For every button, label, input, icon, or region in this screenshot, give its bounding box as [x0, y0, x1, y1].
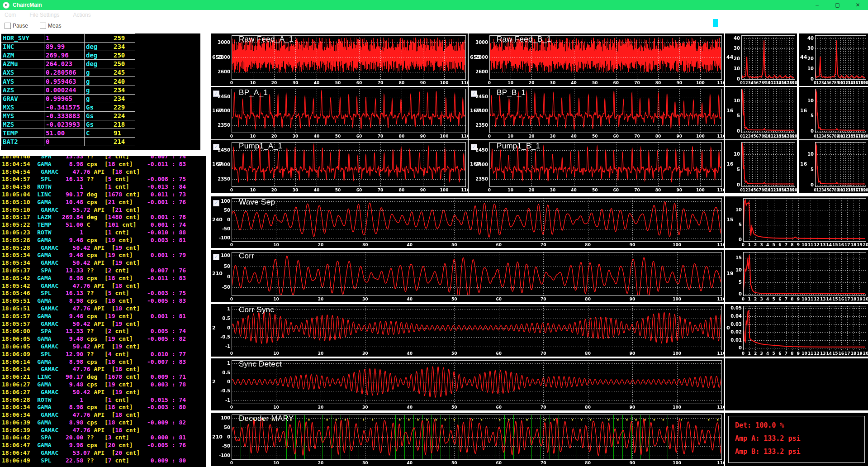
chart-panel-blank-panel: [725, 358, 868, 410]
chart-panel-pump1-b: Pump1_B_1167✓: [469, 140, 724, 193]
log-line: 18:05:51 GAMAC 47.76 API [18 cnt]: [2, 305, 140, 312]
wave-sep-plot: [211, 196, 724, 248]
table-row: MZS-0.023993Gs218: [1, 120, 135, 129]
chart-panel-corr: Corr210✓: [211, 250, 724, 302]
table-row: INC89.99deg234: [1, 43, 135, 51]
panel-left-count: 167: [470, 161, 480, 167]
panel-left-count: 0: [726, 325, 730, 331]
panel-left-count: 2: [212, 325, 216, 331]
panel-left-count: 44: [800, 54, 807, 60]
panel-left-count: 655: [212, 54, 223, 60]
panel-title: Sync Detect: [239, 360, 282, 369]
bp-a-visibility-checkbox[interactable]: ✓: [213, 91, 219, 97]
pump1-b-visibility-checkbox[interactable]: ✓: [471, 144, 477, 150]
corr-visibility-checkbox[interactable]: ✓: [213, 254, 219, 260]
telemetry-table-panel: HDR_SVY1259INC89.99deg234AZM269.96deg250…: [1, 33, 200, 150]
close-button[interactable]: ✕: [848, 0, 868, 10]
table-row: TEMP51.00C91: [1, 129, 135, 138]
log-line: 18:05:28 GAMAC 50.42 API [19 cnt]: [2, 244, 140, 251]
titlebar: ChaircMain – ▢ ✕: [0, 0, 868, 10]
spec-bp-b-plot: [799, 87, 868, 139]
panel-title: Decoder MARY: [239, 414, 294, 423]
table-row: BAT20214: [1, 138, 135, 146]
spec-wave-sep-plot: [725, 196, 868, 248]
log-line: 18:05:34 GAMAC 50.42 API [19 cnt]: [2, 259, 140, 266]
chart-panel-pump1-a: Pump1_A_1167✓: [211, 140, 468, 193]
panel-left-count: 2: [212, 379, 216, 385]
log-line: 18:05:22 TEMP 51.00 C [101 cnt] 0.001 : …: [2, 221, 186, 228]
pump1-a-visibility-checkbox[interactable]: ✓: [213, 144, 219, 150]
toolbar: Pause Meas: [5, 23, 61, 29]
panel-left-count: 167: [212, 161, 223, 167]
cyan-marker: [713, 19, 718, 27]
wave-sep-visibility-checkbox[interactable]: ✓: [213, 200, 219, 206]
table-row: AZS0.000244g234: [1, 86, 135, 94]
spec-pump-b-plot: [799, 140, 868, 193]
panel-left-count: 167: [212, 108, 223, 114]
minimize-button[interactable]: –: [807, 0, 827, 10]
maximize-button[interactable]: ▢: [827, 0, 848, 10]
log-line: 18:06:27 GAMAC 50.42 API [19 cnt]: [2, 389, 140, 396]
log-line: 18:05:28 GAMA 9.48 cps [19 cnt] 0.003 : …: [2, 237, 186, 243]
log-line: 18:05:37 SPA 13.33 ?? [2 cnt] 0.007 : 76: [2, 267, 186, 274]
pause-checkbox[interactable]: [5, 23, 11, 29]
log-panel[interactable]: 18:04:46 SPA 13.33 ?? [2 cnt] 0.007 : 74…: [0, 156, 206, 467]
bp-b-visibility-checkbox[interactable]: ✓: [471, 91, 477, 97]
spec-corr-sync-plot: [725, 304, 868, 357]
table-row: AXS0.280586g245: [1, 68, 135, 77]
chart-panel-raw-feed-a: Raw Feed_A_1655: [211, 33, 468, 86]
spec-pump-a-plot: [725, 140, 797, 193]
log-line: 18:06:47 GAMA 9.98 cps [20 cnt] -0.005 :…: [2, 442, 186, 448]
log-line: 18:04:57 SPL 16.13 ?? [5 cnt] -0.008 : 7…: [2, 176, 186, 182]
log-line: 18:05:42 GAMAC 47.76 API [18 cnt]: [2, 282, 140, 289]
log-line: 18:04:58 ROTW 1 [1 cnt] -0.013 : 84: [2, 183, 186, 190]
window-title: ChaircMain: [13, 2, 42, 8]
menu-item-1[interactable]: File Settings: [29, 12, 59, 18]
chart-panel-spec-raw-b: 44: [799, 33, 868, 86]
log-line: 18:06:34 GAMAC 47.76 API [18 cnt]: [2, 411, 140, 418]
panel-title: Raw Feed_B_1: [497, 35, 551, 44]
log-line: 18:05:10 GAMAC 55.72 API [21 cnt]: [2, 206, 140, 213]
log-line: 18:06:49 SPL 22.58 ?? [7 cnt] 0.009 : 80: [2, 457, 186, 464]
log-text: 18:04:46 SPA 13.33 ?? [2 cnt] 0.007 : 74…: [2, 156, 206, 465]
corr-plot: [211, 250, 724, 302]
table-row: GRAV0.99965g234: [1, 94, 135, 103]
chart-panel-spec-bp-a: 16: [725, 87, 797, 139]
log-line: 18:05:46 SPL 16.13 ?? [5 cnt] -0.003 : 7…: [2, 290, 186, 296]
table-row: MXS-0.341575Gs229: [1, 103, 135, 111]
panel-left-count: 210: [212, 434, 223, 440]
chart-panel-corr-sync: Corr Sync2: [211, 304, 724, 357]
chart-panel-bp-a: BP_A_1167✓: [211, 87, 468, 139]
amp-a-value: Amp A: 133.2 psi: [735, 434, 864, 443]
log-line: 18:06:09 SPL 12.90 ?? [4 cnt] 0.010 : 77: [2, 351, 186, 357]
chart-panel-spec-raw-a: 44: [725, 33, 797, 86]
chart-panel-spec-corr-sync: 0: [725, 304, 868, 357]
log-line: 18:06:34 GAMA 8.98 cps [18 cnt] -0.003 :…: [2, 404, 186, 410]
panel-left-count: 15: [726, 217, 733, 223]
pause-label: Pause: [13, 23, 28, 29]
log-line: 18:06:14 GAMA 8.98 cps [18 cnt] -0.007 :…: [2, 358, 186, 365]
table-row: AYS0.959463g240: [1, 77, 135, 86]
status-box: Det: 100.0 % Amp A: 133.2 psi Amp B: 133…: [728, 416, 865, 463]
menu-item-0[interactable]: Com: [5, 12, 16, 18]
table-divider: [164, 33, 164, 150]
chart-panel-decoder-mary: Decoder MARY210: [211, 413, 724, 466]
panel-left-count: 167: [470, 108, 480, 114]
panel-title: BP_B_1: [497, 88, 526, 97]
log-line: 18:06:39 GAMA 8.98 cps [18 cnt] -0.009 :…: [2, 419, 186, 426]
status-panel: Det: 100.0 % Amp A: 133.2 psi Amp B: 133…: [725, 413, 868, 466]
chart-panel-bp-b: BP_B_1167✓: [469, 87, 724, 139]
panel-left-count: 210: [212, 271, 223, 276]
panel-left-count: 16: [726, 161, 733, 167]
panel-title: Raw Feed_A_1: [239, 35, 294, 44]
panel-title: Pump1_A_1: [239, 142, 282, 151]
chart-panel-spec-pump-a: 16: [725, 140, 797, 193]
log-line: 18:06:14 GAMAC 47.76 API [18 cnt]: [2, 366, 140, 372]
meas-checkbox[interactable]: [40, 23, 46, 29]
sync-detect-plot: [211, 358, 724, 410]
log-line: 18:05:23 ROTW 1 [1 cnt] -0.010 : 88: [2, 229, 186, 236]
log-line: 18:06:42 SPA 20.00 ?? [3 cnt] 0.000 : 81: [2, 434, 186, 441]
menu-item-2[interactable]: Actions: [73, 12, 90, 18]
log-line: 18:05:34 GAMA 9.48 cps [19 cnt] 0.001 : …: [2, 252, 186, 258]
panel-title: Wave Sep: [239, 198, 275, 207]
